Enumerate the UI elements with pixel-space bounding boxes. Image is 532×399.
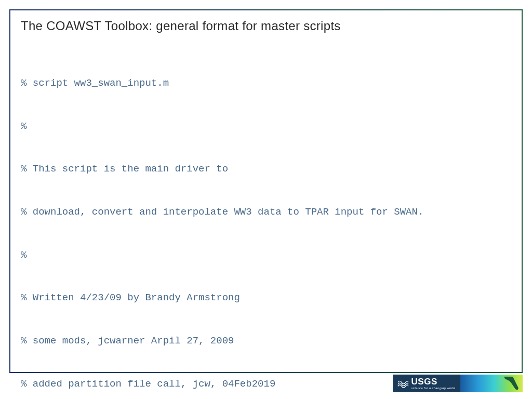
code-line: % Written 4/23/09 by Brandy Armstrong [21, 291, 511, 305]
usgs-badge: USGS science for a changing world [393, 375, 460, 392]
usgs-label: USGS [411, 377, 455, 386]
slide-frame: The COAWST Toolbox: general format for m… [9, 9, 523, 373]
code-line: % This script is the main driver to [21, 162, 511, 177]
footer: USGS science for a changing world [393, 374, 523, 393]
code-line: % [21, 119, 511, 134]
gradient-strip [460, 375, 523, 392]
code-line: % script ww3_swan_input.m [21, 76, 511, 91]
usgs-wave-icon [397, 378, 408, 389]
code-block: % script ww3_swan_input.m % % This scrip… [21, 48, 511, 399]
usgs-text-wrap: USGS science for a changing world [411, 377, 455, 390]
usgs-tagline: science for a changing world [411, 387, 455, 390]
slide-title: The COAWST Toolbox: general format for m… [21, 19, 511, 33]
code-line: % download, convert and interpolate WW3 … [21, 205, 511, 220]
code-line: % some mods, jcwarner Arpil 27, 2009 [21, 334, 511, 349]
code-line: % [21, 248, 511, 263]
florida-icon [502, 375, 523, 392]
